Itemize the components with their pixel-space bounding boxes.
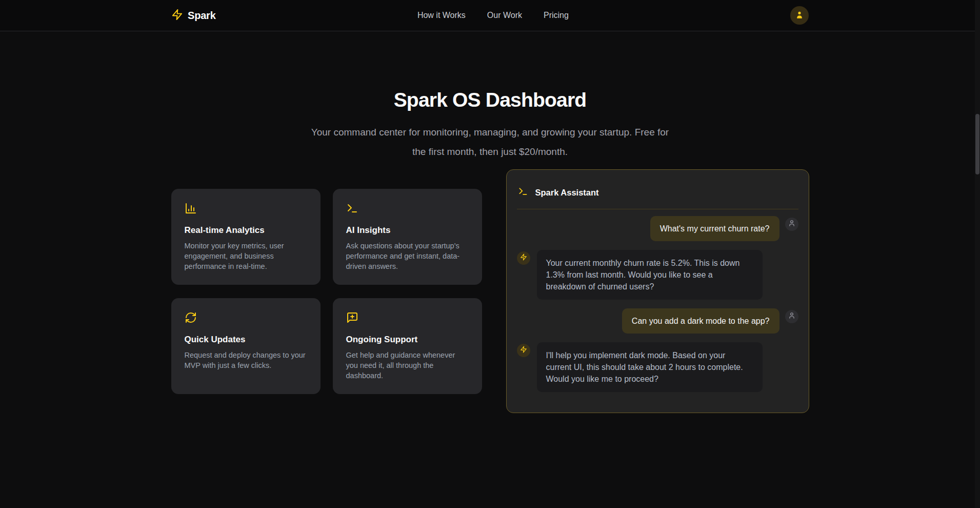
feature-description: Monitor your key metrics, user engagemen… — [185, 241, 307, 271]
brand-logo[interactable]: Spark — [171, 9, 216, 23]
terminal-icon — [518, 186, 528, 199]
feature-grid: Real-time Analytics Monitor your key met… — [171, 189, 482, 394]
feature-description: Get help and guidance whenever you need … — [346, 350, 469, 381]
nav-links: How it Works Our Work Pricing — [417, 11, 569, 20]
feature-card-ongoing-support: Ongoing Support Get help and guidance wh… — [333, 298, 482, 394]
spark-assistant-panel: Spark Assistant What's my current churn … — [506, 169, 809, 413]
zap-icon — [520, 253, 527, 263]
scrollbar-thumb[interactable] — [975, 114, 979, 174]
assistant-avatar — [517, 251, 530, 265]
user-message-bubble: Can you add a dark mode to the app? — [622, 308, 779, 334]
feature-card-ai-insights: AI Insights Ask questions about your sta… — [333, 189, 482, 285]
feature-title: Ongoing Support — [346, 335, 469, 345]
feature-description: Ask questions about your startup's perfo… — [346, 241, 469, 271]
assistant-header: Spark Assistant — [517, 180, 798, 209]
assistant-title: Spark Assistant — [535, 188, 599, 198]
assistant-avatar — [517, 344, 530, 357]
feature-title: Real-time Analytics — [185, 225, 307, 236]
nav-link-pricing[interactable]: Pricing — [544, 11, 569, 20]
user-icon — [795, 10, 804, 21]
feature-title: AI Insights — [346, 225, 469, 236]
brand-name: Spark — [188, 10, 216, 22]
feature-title: Quick Updates — [185, 335, 307, 345]
feature-description: Request and deploy changes to your MVP w… — [185, 350, 307, 370]
refresh-icon — [185, 311, 197, 324]
chat-message-assistant: Your current monthly churn rate is 5.2%.… — [517, 250, 798, 300]
chat-message-user: Can you add a dark mode to the app? — [517, 308, 798, 334]
user-icon — [788, 220, 795, 229]
page-scrollbar[interactable] — [975, 0, 980, 508]
user-icon — [788, 312, 795, 321]
zap-icon — [520, 346, 527, 355]
chat-messages: What's my current churn rate? Your curre… — [517, 216, 798, 392]
feature-card-analytics: Real-time Analytics Monitor your key met… — [171, 189, 321, 285]
account-avatar-button[interactable] — [790, 6, 809, 25]
main-content: Real-time Analytics Monitor your key met… — [171, 169, 809, 413]
assistant-message-bubble: I'll help you implement dark mode. Based… — [537, 342, 763, 392]
nav-link-our-work[interactable]: Our Work — [487, 11, 522, 20]
chat-message-user: What's my current churn rate? — [517, 216, 798, 241]
assistant-message-bubble: Your current monthly churn rate is 5.2%.… — [537, 250, 763, 300]
bar-chart-icon — [185, 202, 197, 214]
user-avatar — [785, 218, 798, 231]
user-avatar — [785, 310, 798, 323]
feature-card-quick-updates: Quick Updates Request and deploy changes… — [171, 298, 321, 394]
page-subtitle: Your command center for monitoring, mana… — [311, 123, 670, 162]
top-navbar: Spark How it Works Our Work Pricing — [0, 0, 980, 31]
user-message-bubble: What's my current churn rate? — [650, 216, 779, 241]
terminal-icon — [346, 202, 358, 214]
nav-link-how-it-works[interactable]: How it Works — [417, 11, 466, 20]
zap-icon — [171, 9, 183, 23]
message-square-plus-icon — [346, 311, 358, 324]
hero-section: Spark OS Dashboard Your command center f… — [0, 31, 980, 162]
chat-message-assistant: I'll help you implement dark mode. Based… — [517, 342, 798, 392]
page-title: Spark OS Dashboard — [0, 89, 980, 111]
